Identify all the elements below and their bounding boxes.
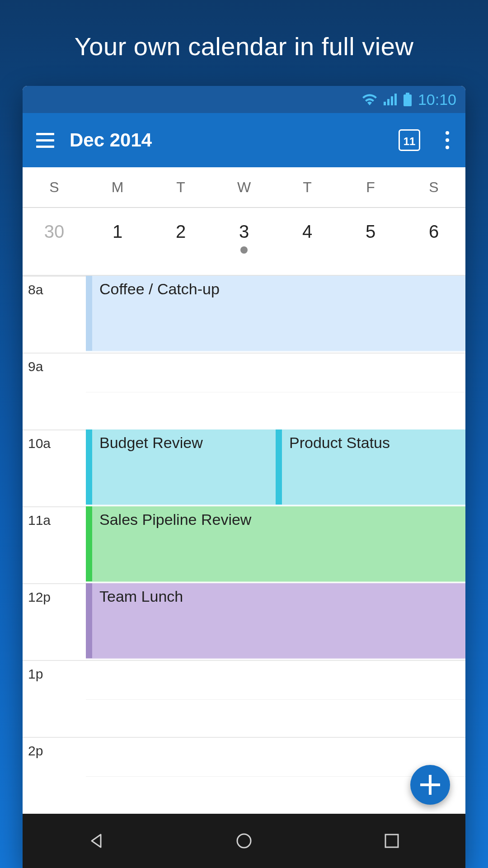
hour-label: 9a xyxy=(28,359,43,374)
calendar-event[interactable]: Budget Review xyxy=(86,429,276,505)
date-number: 6 xyxy=(429,222,439,242)
hour-label: 2p xyxy=(28,743,43,759)
schedule-grid[interactable]: 8a9a10a11a12p1p2pCoffee / Catch-upBudget… xyxy=(23,276,465,814)
svg-rect-3 xyxy=(394,94,397,105)
half-hour-line xyxy=(86,699,465,700)
event-title: Coffee / Catch-up xyxy=(92,276,465,351)
appbar-title[interactable]: Dec 2014 xyxy=(70,129,388,151)
date-number: 2 xyxy=(176,222,186,242)
svg-rect-4 xyxy=(406,93,409,94)
wifi-icon xyxy=(362,94,377,105)
date-number: 30 xyxy=(44,222,65,242)
date-number: 5 xyxy=(366,222,375,242)
android-nav-bar xyxy=(23,814,465,868)
event-title: Team Lunch xyxy=(92,583,465,658)
date-cell[interactable]: 2 xyxy=(149,208,212,275)
date-number: 3 xyxy=(239,222,249,242)
week-dates-row: 30123456 xyxy=(23,208,465,276)
nav-back-icon[interactable] xyxy=(65,827,128,854)
nav-recents-icon[interactable] xyxy=(360,827,423,854)
weekday-label: T xyxy=(276,167,339,207)
event-title: Sales Pipeline Review xyxy=(92,506,465,581)
weekday-label: F xyxy=(339,167,402,207)
svg-rect-5 xyxy=(404,94,412,106)
weekday-label: T xyxy=(149,167,212,207)
svg-rect-7 xyxy=(385,835,398,847)
hour-label: 1p xyxy=(28,666,43,682)
hour-row: 2p xyxy=(23,737,465,814)
hour-label: 8a xyxy=(28,282,43,297)
date-cell[interactable]: 30 xyxy=(23,208,86,275)
status-bar: 10:10 xyxy=(23,86,465,113)
event-accent xyxy=(86,506,92,581)
app-bar: Dec 2014 11 xyxy=(23,113,465,167)
date-number: 1 xyxy=(113,222,122,242)
calendar-event[interactable]: Team Lunch xyxy=(86,583,465,659)
svg-rect-0 xyxy=(384,102,386,105)
calendar-event[interactable]: Sales Pipeline Review xyxy=(86,506,465,582)
date-cell[interactable]: 4 xyxy=(276,208,339,275)
weekday-header: SMTWTFS xyxy=(23,167,465,208)
hour-row: 9a xyxy=(23,353,465,429)
hamburger-icon[interactable] xyxy=(32,127,59,154)
device-frame: 10:10 Dec 2014 11 SMTWTFS 30123456 8a9a1… xyxy=(23,86,465,868)
event-title: Product Status xyxy=(282,429,465,505)
promo-title: Your own calendar in full view xyxy=(0,0,488,79)
date-cell[interactable]: 1 xyxy=(86,208,149,275)
half-hour-line xyxy=(86,776,465,777)
half-hour-line xyxy=(86,392,465,392)
hour-label: 11a xyxy=(28,513,51,528)
weekday-label: W xyxy=(212,167,276,207)
hour-label: 10a xyxy=(28,436,51,451)
calendar-event[interactable]: Coffee / Catch-up xyxy=(86,276,465,352)
svg-rect-2 xyxy=(391,96,393,105)
hour-row: 1p xyxy=(23,660,465,737)
date-number: 4 xyxy=(302,222,312,242)
event-title: Budget Review xyxy=(92,429,276,505)
event-accent xyxy=(276,429,282,505)
svg-point-6 xyxy=(237,834,251,848)
svg-rect-1 xyxy=(387,99,389,105)
nav-home-icon[interactable] xyxy=(212,827,276,854)
overflow-menu-icon[interactable] xyxy=(438,129,456,151)
event-accent xyxy=(86,276,92,351)
today-button[interactable]: 11 xyxy=(399,129,420,151)
date-cell[interactable]: 3 xyxy=(212,208,276,275)
date-cell[interactable]: 6 xyxy=(402,208,465,275)
weekday-label: S xyxy=(23,167,86,207)
hour-label: 12p xyxy=(28,590,51,605)
weekday-label: M xyxy=(86,167,149,207)
weekday-label: S xyxy=(402,167,465,207)
today-indicator-dot xyxy=(240,246,248,254)
add-event-button[interactable] xyxy=(410,765,450,805)
signal-icon xyxy=(384,94,397,105)
battery-icon xyxy=(404,93,412,106)
event-accent xyxy=(86,429,92,505)
calendar-event[interactable]: Product Status xyxy=(276,429,465,505)
date-cell[interactable]: 5 xyxy=(339,208,402,275)
event-accent xyxy=(86,583,92,658)
status-time: 10:10 xyxy=(418,91,456,108)
